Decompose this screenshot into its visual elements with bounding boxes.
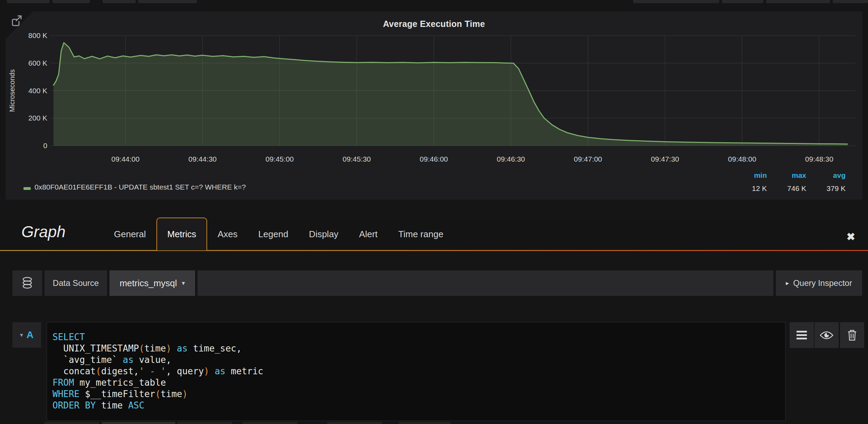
sql-code-line: SELECT <box>52 331 778 343</box>
sql-code-line: FROM my_metrics_table <box>52 377 778 388</box>
chevron-down-icon: ▾ <box>20 331 23 339</box>
query-inspector-button[interactable]: ▸ Query Inspector <box>776 270 862 296</box>
sql-code-line: `avg_time` as value, <box>52 354 778 366</box>
query-menu-button[interactable] <box>790 322 814 348</box>
bottom-toolbar-remnant[interactable] <box>242 422 297 424</box>
x-axis-tick-label: 09:44:30 <box>189 155 217 163</box>
y-axis-tick-label: 400 K <box>28 87 47 95</box>
sql-code-line: ORDER BY time ASC <box>52 400 778 411</box>
top-nav-button-remnant[interactable] <box>103 0 136 3</box>
top-nav-button-remnant[interactable] <box>138 0 197 3</box>
sql-code-line: UNIX_TIMESTAMP(time) as time_sec, <box>52 343 778 354</box>
top-nav-button-remnant[interactable] <box>766 0 830 3</box>
x-axis-tick-label: 09:48:00 <box>728 155 756 163</box>
datasource-icon-button[interactable] <box>12 270 42 296</box>
top-nav-button-remnant[interactable] <box>722 0 763 3</box>
legend-stat-header-avg[interactable]: avg <box>806 170 846 181</box>
bottom-toolbar-remnant[interactable] <box>177 422 232 424</box>
legend-stat-value-min: 12 K <box>727 183 767 194</box>
datasource-row: Data Source metrics_mysql ▾ ▸ Query Insp… <box>12 270 862 296</box>
query-ref-id: A <box>27 329 33 340</box>
tab-time-range[interactable]: Time range <box>388 218 454 251</box>
query-inspector-label: Query Inspector <box>793 278 852 288</box>
legend-series-marker[interactable] <box>23 187 31 190</box>
top-nav-button-remnant[interactable] <box>833 0 868 3</box>
query-collapse-toggle[interactable]: ▾ A <box>12 322 41 348</box>
bottom-toolbar-remnant[interactable] <box>44 422 99 424</box>
grafana-panel-editor-screen: { "panel": { "title": "Average Execution… <box>0 0 868 424</box>
bottom-toolbar-remnant[interactable] <box>102 422 175 424</box>
x-axis-tick-label: 09:45:30 <box>343 155 371 163</box>
eye-icon <box>820 331 833 340</box>
series-area-fill <box>54 43 848 146</box>
top-nav-button-remnant[interactable] <box>52 0 90 3</box>
sql-code-line: WHERE $__timeFilter(time) <box>52 388 778 400</box>
x-axis-tick-label: 09:44:00 <box>111 155 139 163</box>
close-icon[interactable]: ✖ <box>847 231 855 243</box>
x-axis-tick-label: 09:45:00 <box>266 155 294 163</box>
query-toggle-visibility-button[interactable] <box>814 322 839 348</box>
x-axis-tick-label: 09:46:30 <box>497 155 525 163</box>
legend-stat-header-max[interactable]: max <box>767 170 806 181</box>
editor-tabs: General Metrics Axes Legend Display Aler… <box>104 218 454 251</box>
chevron-right-icon: ▸ <box>786 279 789 287</box>
tab-metrics[interactable]: Metrics <box>156 218 208 250</box>
legend-stat-header-min[interactable]: min <box>727 170 767 181</box>
panel-type-title: Graph <box>21 222 66 241</box>
y-axis-title: Microseconds <box>8 69 16 112</box>
sql-code-line: concat(digest,' - ', query) as metric <box>52 366 778 377</box>
tab-general[interactable]: General <box>104 218 156 251</box>
x-axis-tick-label: 09:47:00 <box>574 155 602 163</box>
legend-stat-value-avg: 379 K <box>806 183 846 194</box>
graph-panel: 0200 K400 K600 K800 K09:44:0009:44:3009:… <box>6 11 862 200</box>
x-axis-tick-label: 09:48:30 <box>805 155 833 163</box>
y-axis-tick-label: 600 K <box>28 59 47 67</box>
query-delete-button[interactable] <box>840 322 864 348</box>
datasource-row-spacer <box>197 270 773 296</box>
menu-icon <box>797 331 807 339</box>
chevron-down-icon: ▾ <box>182 279 185 287</box>
sql-query-text[interactable]: SELECT UNIX_TIMESTAMP(time) as time_sec,… <box>52 331 778 411</box>
x-axis-tick-label: 09:46:00 <box>420 155 448 163</box>
bottom-toolbar-remnant[interactable] <box>327 422 382 424</box>
y-axis-tick-label: 0 <box>43 142 47 150</box>
x-axis-tick-label: 09:47:30 <box>651 155 679 163</box>
database-icon <box>22 277 33 289</box>
y-axis-tick-label: 200 K <box>28 114 47 122</box>
legend-stat-value-max: 746 K <box>767 183 806 194</box>
datasource-select[interactable]: metrics_mysql ▾ <box>109 270 195 296</box>
top-nav-button-remnant[interactable] <box>633 0 719 3</box>
tab-axes[interactable]: Axes <box>207 218 248 251</box>
trash-icon <box>847 329 857 341</box>
top-nav-button-remnant[interactable] <box>7 0 50 3</box>
datasource-selected-value: metrics_mysql <box>119 278 177 289</box>
panel-editor-header: Graph General Metrics Axes Legend Displa… <box>0 218 868 251</box>
legend-stats-table: min max avg 12 K 746 K 379 K <box>727 170 846 194</box>
tab-legend[interactable]: Legend <box>248 218 299 251</box>
tab-display[interactable]: Display <box>299 218 349 251</box>
tab-alert[interactable]: Alert <box>349 218 388 251</box>
bottom-toolbar-remnant[interactable] <box>399 422 451 424</box>
datasource-label: Data Source <box>45 270 107 296</box>
panel-title[interactable]: Average Execution Time <box>6 19 862 29</box>
legend-series-label[interactable]: 0x80F0AE01FE6EFF1B - UPDATE sbtest1 SET … <box>35 183 246 191</box>
sql-query-editor[interactable]: SELECT UNIX_TIMESTAMP(time) as time_sec,… <box>47 322 785 421</box>
